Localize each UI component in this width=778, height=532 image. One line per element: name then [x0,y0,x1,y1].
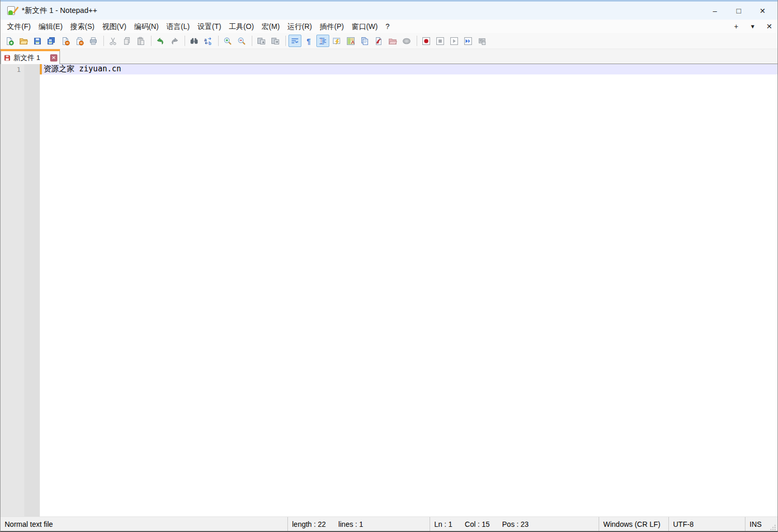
find-button[interactable] [188,35,201,47]
status-bar: Normal text file length : 22 lines : 1 L… [1,516,777,531]
document-list-button[interactable] [358,35,371,47]
print-button[interactable] [87,35,100,47]
close-all-button[interactable] [73,35,86,47]
save-file-button[interactable] [31,35,44,47]
toolbar-separator [417,36,417,46]
function-list-button[interactable] [330,35,343,47]
run-macro-multiple-button[interactable] [462,35,475,47]
save-macro-button [476,35,489,47]
menu-file[interactable]: 文件(F) [3,20,35,33]
notepadpp-window: *新文件 1 - Notepad++ – □ ✕ 文件(F) 编辑(E) 搜索(… [0,0,778,532]
title-bar: *新文件 1 - Notepad++ – □ ✕ [1,2,777,20]
close-tab-button[interactable]: ✕ [761,22,777,31]
close-file-button[interactable] [59,35,72,47]
status-ln: Ln : 1 [434,520,452,528]
monitoring-button [400,35,413,47]
menu-macro[interactable]: 宏(M) [258,20,284,33]
menu-plugins[interactable]: 插件(P) [316,20,348,33]
editor-area[interactable]: 1 资源之家 ziyuan.cn [1,64,777,516]
replace-button[interactable]: ab [202,35,215,47]
copy-button [120,35,133,47]
play-macro-button [448,35,461,47]
sync-horizontal-scroll-button [269,35,282,47]
status-doc-type: Normal text file [1,517,287,531]
redo-button [168,35,181,47]
status-insert-mode: INS [745,517,777,531]
save-all-button[interactable] [45,35,58,47]
word-wrap-button[interactable] [288,35,301,47]
toolbar-separator [218,36,219,46]
zoom-in-button[interactable] [221,35,234,47]
cut-button [106,35,119,47]
tab-list-button[interactable]: ▼ [744,23,761,29]
tab-bar: 新文件 1 ✕ [1,49,777,64]
toolbar: ab ¶ [1,33,777,49]
editor-line-1[interactable]: 1 资源之家 ziyuan.cn [1,64,777,74]
ins-label[interactable]: INS [750,520,761,528]
status-length: length : 22 [292,520,326,528]
maximize-button[interactable]: □ [727,2,751,20]
menu-edit[interactable]: 编辑(E) [35,20,67,33]
record-macro-button[interactable] [420,35,433,47]
tab-new-file-1[interactable]: 新文件 1 ✕ [1,49,60,64]
new-tab-button[interactable]: + [728,22,744,31]
tab-label: 新文件 1 [13,53,48,63]
minimize-button[interactable]: – [703,2,727,20]
menu-encoding[interactable]: 编码(N) [130,20,162,33]
menu-language[interactable]: 语言(L) [162,20,193,33]
menu-settings[interactable]: 设置(T) [193,20,225,33]
toolbar-separator [285,36,286,46]
status-length-lines: length : 22 lines : 1 [287,517,430,531]
svg-text:b: b [209,40,211,45]
sync-vertical-scroll-button [255,35,268,47]
toolbar-separator [103,36,104,46]
folder-as-workspace-button[interactable] [386,35,399,47]
notepadpp-logo-icon [6,6,17,16]
menu-tools[interactable]: 工具(O) [225,20,257,33]
status-eol-format[interactable]: Windows (CR LF) [599,517,668,531]
open-file-button[interactable] [17,35,30,47]
toolbar-separator [252,36,252,46]
line-number: 1 [1,66,24,73]
svg-text:a: a [204,37,207,42]
zoom-out-button[interactable] [235,35,248,47]
menu-bar: 文件(F) 编辑(E) 搜索(S) 视图(V) 编码(N) 语言(L) 设置(T… [1,20,777,33]
unsaved-floppy-icon [4,54,11,62]
line-text[interactable]: 资源之家 ziyuan.cn [42,64,777,74]
menu-run[interactable]: 运行(R) [284,20,316,33]
file-browser-button[interactable] [372,35,385,47]
undo-button[interactable] [154,35,167,47]
status-cursor-position: Ln : 1 Col : 15 Pos : 23 [430,517,599,531]
line-number-margin [1,64,24,516]
menu-help[interactable]: ? [382,20,393,33]
document-map-button[interactable] [344,35,357,47]
resize-grip[interactable] [769,524,776,531]
toolbar-separator [185,36,185,46]
stop-macro-button [434,35,447,47]
status-lines: lines : 1 [338,520,363,528]
new-file-button[interactable] [3,35,16,47]
show-all-characters-button[interactable]: ¶ [302,35,315,47]
toolbar-separator [151,36,151,46]
close-button[interactable]: ✕ [751,2,774,20]
status-col: Col : 15 [465,520,490,528]
bookmark-margin[interactable] [24,64,40,516]
status-pos: Pos : 23 [502,520,528,528]
window-title: *新文件 1 - Notepad++ [22,6,97,16]
svg-text:¶: ¶ [307,37,311,45]
menu-window[interactable]: 窗口(W) [348,20,382,33]
status-encoding[interactable]: UTF-8 [668,517,745,531]
paste-button [134,35,147,47]
show-indent-guide-button[interactable] [316,35,329,47]
tab-close-icon[interactable]: ✕ [50,54,57,62]
menu-search[interactable]: 搜索(S) [67,20,99,33]
menu-view[interactable]: 视图(V) [98,20,130,33]
